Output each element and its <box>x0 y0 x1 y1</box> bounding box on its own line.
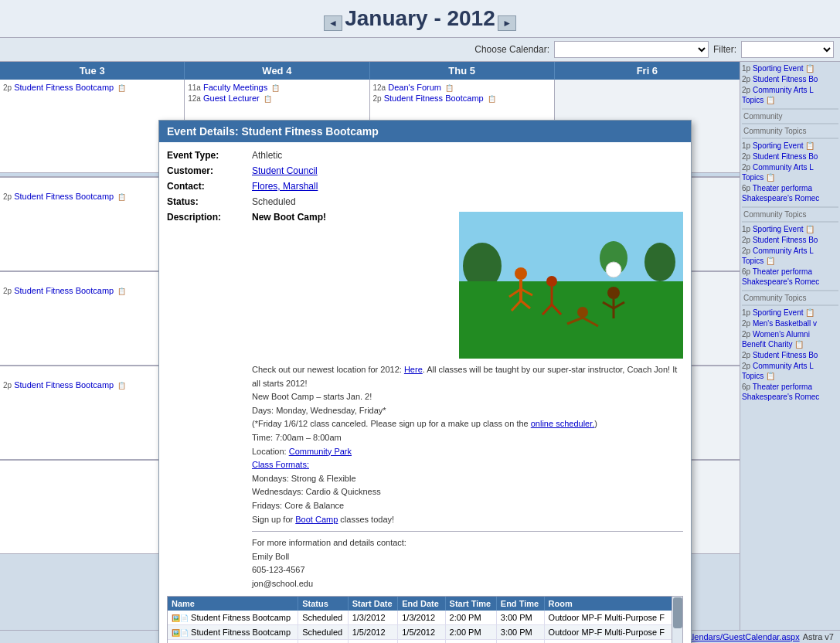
location-link[interactable]: Community Park <box>289 447 352 456</box>
cell-name: 🖼️📄 Student Fitness Bootcamp <box>168 639 298 643</box>
col-start-date: Start Date <box>348 597 398 611</box>
table-body: 🖼️📄 Student Fitness Bootcamp Scheduled 1… <box>168 611 672 644</box>
table-scroll: Name Status Start Date End Date Start Ti… <box>168 597 672 644</box>
cell-status: Scheduled <box>298 624 349 639</box>
popup-customer-row: Customer: Student Council <box>167 165 683 176</box>
customer-value: Student Council <box>252 165 318 176</box>
description-content: New Boot Camp! <box>252 212 683 591</box>
cell-start-date: 1/3/2012 <box>348 611 398 625</box>
popup-header: Event Details: Student Fitness Bootcamp <box>159 121 691 142</box>
description-text-block: New Boot Camp! <box>252 212 451 359</box>
cell-end-date: 1/3/2012 <box>398 611 445 625</box>
here-link[interactable]: Here <box>404 365 423 374</box>
popup-contact-info: For more information and details contact… <box>252 536 683 590</box>
event-type-value: Athletic <box>252 150 282 161</box>
fitness-svg <box>459 212 683 359</box>
cell-end-time: 3:00 PM <box>496 624 544 639</box>
cell-room: Outdoor MP-F Multi-Purpose F <box>544 611 672 625</box>
popup-title: Event Details: Student Fitness Bootcamp <box>167 125 379 138</box>
desc-divider <box>252 531 683 532</box>
cell-start-date: 1/7/2012 <box>348 639 398 643</box>
class-formats-link[interactable]: Class Formats: <box>252 460 309 469</box>
cell-status: Scheduled <box>298 611 349 625</box>
customer-link[interactable]: Student Council <box>252 165 318 176</box>
event-type-label: Event Type: <box>167 150 252 161</box>
table-scrollbar[interactable] <box>672 597 682 644</box>
contact-label: Contact: <box>167 181 252 192</box>
svg-point-14 <box>546 276 557 287</box>
popup-description-row: Description: New Boot Camp! <box>167 212 683 591</box>
bootcamp-link[interactable]: Boot Camp <box>295 515 338 524</box>
desc-heading: New Boot Camp! <box>252 212 326 223</box>
popup-event-type-row: Event Type: Athletic <box>167 150 683 161</box>
svg-point-2 <box>644 243 675 281</box>
svg-point-19 <box>607 287 620 299</box>
cell-room: Outdoor MP-F Multi-Purpose F <box>544 624 672 639</box>
popup-table-wrapper: Name Status Start Date End Date Start Ti… <box>167 596 683 644</box>
cell-start-time: 2:00 PM <box>445 611 496 625</box>
contact-value: Flores, Marshall <box>252 181 318 192</box>
cell-status: Scheduled <box>298 639 349 643</box>
desc-image-block: New Boot Camp! <box>252 212 683 359</box>
cell-name: 🖼️📄 Student Fitness Bootcamp <box>168 624 298 639</box>
customer-label: Customer: <box>167 165 252 176</box>
col-room: Room <box>544 597 672 611</box>
contact-link[interactable]: Flores, Marshall <box>252 181 318 192</box>
table-header-row: Name Status Start Date End Date Start Ti… <box>168 597 672 611</box>
svg-point-11 <box>577 307 588 318</box>
col-end-date: End Date <box>398 597 445 611</box>
popup-body: Event Type: Athletic Customer: Student C… <box>159 142 691 643</box>
svg-point-5 <box>515 267 527 280</box>
table-container: Name Status Start Date End Date Start Ti… <box>168 597 682 644</box>
scroll-thumb[interactable] <box>673 597 682 628</box>
status-label: Status: <box>167 196 252 207</box>
description-label: Description: <box>167 212 252 223</box>
popup-description: Check out our newest location for 2012: … <box>252 363 683 526</box>
col-end-time: End Time <box>496 597 544 611</box>
col-start-time: Start Time <box>445 597 496 611</box>
col-name: Name <box>168 597 298 611</box>
fitness-image-bg <box>459 212 683 359</box>
table-row: 🖼️📄 Student Fitness Bootcamp Scheduled 1… <box>168 639 672 643</box>
cell-end-date: 1/7/2012 <box>398 639 445 643</box>
event-image <box>459 212 683 359</box>
table-row: 🖼️📄 Student Fitness Bootcamp Scheduled 1… <box>168 611 672 625</box>
event-details-popup: Event Details: Student Fitness Bootcamp … <box>158 120 692 643</box>
cell-end-time: 3:00 PM <box>496 639 544 643</box>
events-table: Name Status Start Date End Date Start Ti… <box>168 597 672 644</box>
cell-start-time: 2:00 PM <box>445 639 496 643</box>
popup-status-row: Status: Scheduled <box>167 196 683 207</box>
cell-room: Outdoor MP-F Multi-Purpose F <box>544 639 672 643</box>
popup-contact-row: Contact: Flores, Marshall <box>167 181 683 192</box>
svg-point-18 <box>606 262 621 277</box>
cell-end-time: 3:00 PM <box>496 611 544 625</box>
status-value: Scheduled <box>252 196 296 207</box>
cell-end-date: 1/5/2012 <box>398 624 445 639</box>
cell-start-time: 2:00 PM <box>445 624 496 639</box>
svg-rect-4 <box>459 281 683 359</box>
cell-start-date: 1/5/2012 <box>348 624 398 639</box>
table-row: 🖼️📄 Student Fitness Bootcamp Scheduled 1… <box>168 624 672 639</box>
col-status: Status <box>298 597 349 611</box>
popup-overlay: Event Details: Student Fitness Bootcamp … <box>0 0 840 643</box>
scheduler-link[interactable]: online scheduler. <box>531 419 595 428</box>
cell-name: 🖼️📄 Student Fitness Bootcamp <box>168 611 298 625</box>
